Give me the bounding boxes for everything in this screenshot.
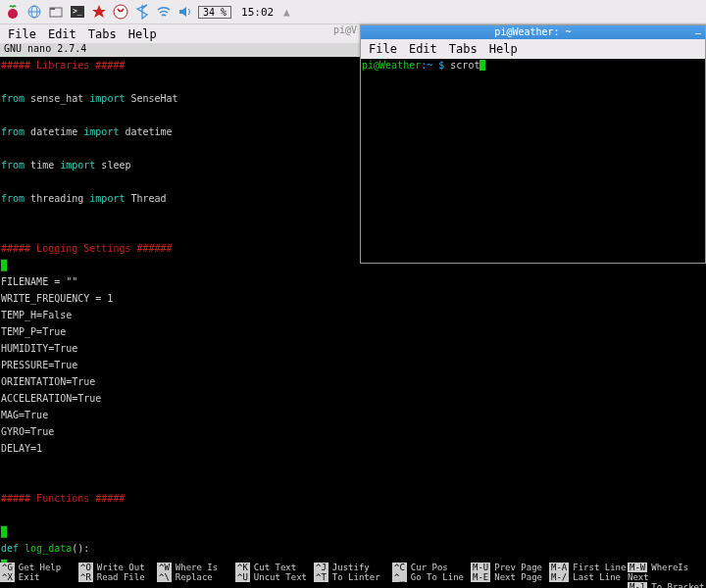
terminal-window[interactable]: pi@Weather: ~ — File Edit Tabs Help pi@W…	[360, 24, 706, 264]
app-icon[interactable]	[112, 3, 129, 21]
menu-file[interactable]: File	[8, 27, 36, 41]
clock: 15:02	[241, 6, 274, 19]
eject-icon[interactable]: ▲	[277, 3, 295, 21]
terminal-icon[interactable]: >_	[69, 3, 86, 21]
volume-icon[interactable]	[176, 3, 194, 21]
terminal-menubar: File Edit Tabs Help	[361, 39, 705, 59]
term-menu-tabs[interactable]: Tabs	[449, 42, 478, 56]
terminal-command: scrot	[450, 60, 479, 71]
menu-edit[interactable]: Edit	[48, 27, 76, 41]
prompt-path: :~ $	[421, 60, 450, 71]
prompt-user: pi@Weather	[362, 60, 421, 71]
svg-point-0	[8, 9, 18, 19]
battery-indicator[interactable]: 34 %	[198, 6, 231, 19]
terminal-title: pi@Weather: ~	[494, 26, 571, 37]
term-menu-edit[interactable]: Edit	[409, 42, 437, 56]
bluetooth-icon[interactable]	[133, 3, 151, 21]
term-menu-help[interactable]: Help	[489, 42, 518, 56]
wifi-icon[interactable]	[155, 3, 173, 21]
close-icon[interactable]: —	[695, 26, 701, 40]
terminal-cursor	[479, 60, 485, 71]
star-icon[interactable]	[90, 3, 108, 21]
terminal-body[interactable]: pi@Weather:~ $ scrot	[361, 59, 705, 263]
menu-help[interactable]: Help	[128, 27, 157, 41]
terminal-titlebar[interactable]: pi@Weather: ~ —	[361, 25, 705, 39]
files-icon[interactable]	[47, 3, 65, 21]
nano-version: GNU nano 2.7.4	[4, 43, 86, 57]
menu-tabs[interactable]: Tabs	[88, 27, 117, 41]
svg-rect-5	[50, 8, 55, 10]
raspberry-icon[interactable]	[4, 3, 22, 21]
taskbar: >_ 34 % 15:02 ▲	[0, 0, 706, 24]
term-menu-file[interactable]: File	[369, 42, 397, 56]
globe-icon[interactable]	[25, 3, 43, 21]
nano-footer: ^GGet Help^XExit ^OWrite Out^RRead File …	[0, 563, 706, 588]
inactive-task-label[interactable]: pi@V	[333, 24, 357, 35]
svg-text:>_: >_	[73, 7, 82, 16]
